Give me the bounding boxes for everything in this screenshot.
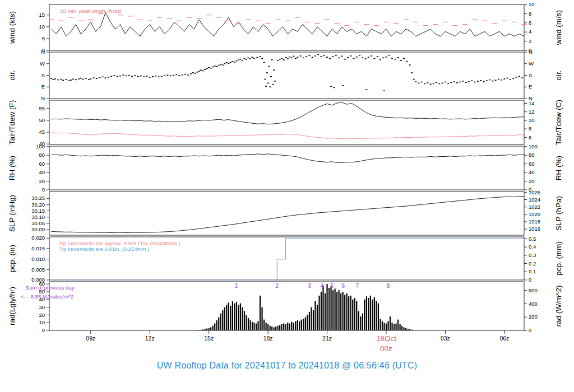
series-solar_radiation_lgly_hr-bar <box>238 305 239 330</box>
series-wind_direction_deg-point <box>101 76 103 77</box>
series-wind_direction_deg-point <box>264 79 266 80</box>
x-tick-label: 12z <box>145 335 155 342</box>
y-tick-label-right-wind: 6 <box>529 20 531 26</box>
series-wind_direction_deg-point <box>149 77 151 78</box>
series-wind_direction_deg-point <box>332 56 334 57</box>
series-wind_direction_deg-point <box>137 76 139 77</box>
series-wind_direction_deg-point <box>373 58 375 59</box>
series-wind_direction_deg-point <box>96 78 98 79</box>
series-wind_direction_deg-point <box>222 64 224 66</box>
series-wind_direction_deg-point <box>371 55 372 57</box>
series-solar_radiation_lgly_hr-bar <box>354 298 355 330</box>
series-wind_direction_deg-point <box>80 78 82 79</box>
series-wind_direction_deg-point <box>187 74 189 76</box>
series-wind_direction_deg-point <box>415 81 416 82</box>
series-solar_radiation_lgly_hr-bar <box>335 288 336 330</box>
series-wind_direction_deg-point <box>347 57 349 58</box>
y-tick-label-right-temp: 8 <box>529 125 531 132</box>
series-wind_direction_deg-point <box>198 71 200 72</box>
y-tick-label-right-temp: 10 <box>529 117 535 123</box>
series-wind_direction_deg-point <box>62 80 64 81</box>
series-wind_direction_deg-point <box>480 80 482 81</box>
series-solar_radiation_lgly_hr-bar <box>220 314 221 330</box>
series-wind_direction_deg-point <box>492 81 493 82</box>
series-wind_direction_deg-point <box>465 82 467 83</box>
series-solar_radiation_lgly_hr-bar <box>383 323 385 330</box>
y-tick-label-right-pcp: 0.1 <box>529 268 536 274</box>
series-solar_radiation_lgly_hr-bar <box>265 323 266 330</box>
series-wind_direction_deg-point <box>57 80 59 81</box>
series-solar_radiation_lgly_hr-bar <box>390 316 391 330</box>
series-solar_radiation_lgly_hr-bar <box>209 328 210 330</box>
series-solar_radiation_lgly_hr-bar <box>253 323 254 330</box>
series-wind_direction_deg-point <box>268 66 270 67</box>
y-tick-label-left-rad: 30 <box>39 304 45 310</box>
series-solar_radiation_lgly_hr-bar <box>311 307 312 330</box>
series-solar_radiation_lgly_hr-bar <box>330 286 331 330</box>
series-solar_radiation_lgly_hr-bar <box>336 292 337 330</box>
y-tick-label-left-dir: N <box>41 49 45 55</box>
series-solar_radiation_lgly_hr-bar <box>366 296 367 330</box>
series-wind_direction_deg-point <box>128 75 130 76</box>
series-solar_radiation_lgly_hr-bar <box>281 324 283 330</box>
y-tick-label-right-wind: 10 <box>529 1 535 7</box>
series-solar_radiation_lgly_hr-bar <box>232 301 233 330</box>
y-tick-label-left-slp: 30.10 <box>31 214 45 220</box>
series-wind_direction_deg-point <box>403 58 405 59</box>
series-wind_direction_deg-point <box>265 86 267 87</box>
series-wind_direction_deg-point <box>297 57 298 58</box>
axis-title-right-pcp: pcp. (mm) <box>554 241 563 276</box>
series-tdew_f <box>52 133 525 139</box>
series-wind_direction_deg-point <box>72 79 74 80</box>
series-wind_direction_deg-point <box>377 56 378 57</box>
series-solar_radiation_lgly_hr-bar <box>409 329 410 330</box>
y-tick-label-left-rh: 40 <box>39 169 45 175</box>
y-tick-label-left-pcp: 0.005 <box>31 267 45 273</box>
series-wind_direction_deg-point <box>117 76 118 77</box>
series-solar_radiation_lgly_hr-bar <box>196 330 197 331</box>
series-solar_radiation_lgly_hr-bar <box>256 324 257 330</box>
series-wind_direction_deg-point <box>210 68 212 69</box>
series-solar_radiation_lgly_hr-bar <box>295 321 296 330</box>
axis-title-left-slp: SLP (inHg) <box>8 195 16 232</box>
y-tick-label-right-slp: 1022 <box>529 204 540 210</box>
series-wind_direction_deg-point <box>291 58 293 59</box>
series-wind_direction_deg-point <box>498 79 499 80</box>
series-solar_radiation_lgly_hr-bar <box>267 324 269 330</box>
series-wind_direction_deg-point <box>158 76 160 77</box>
series-wind_direction_deg-point <box>330 86 332 87</box>
series-solar_radiation_lgly_hr-bar <box>391 323 392 330</box>
event-marker-7: 7 <box>356 283 359 289</box>
series-wind_direction_deg-point <box>220 64 221 65</box>
series-solar_radiation_lgly_hr-bar <box>201 330 202 330</box>
series-solar_radiation_lgly_hr-bar <box>271 326 272 330</box>
annotation-rad: <--- 8.55 MJoules/m^2 <box>21 293 73 300</box>
series-wind_direction_deg-point <box>338 58 340 59</box>
series-wind_direction_deg-point <box>152 76 154 77</box>
series-wind_direction_deg-point <box>272 84 274 85</box>
series-wind_direction_deg-point <box>368 57 369 58</box>
series-solar_radiation_lgly_hr-bar <box>228 302 229 330</box>
series-wind_direction_deg-point <box>438 83 440 85</box>
series-wind_direction_deg-point <box>379 59 381 60</box>
series-wind_direction_deg-point <box>271 59 273 60</box>
panel-slp-border <box>49 192 524 235</box>
series-wind_direction_deg-point <box>50 78 52 79</box>
x-tick-label: 06z <box>499 335 509 342</box>
series-wind_direction_deg-point <box>489 80 490 81</box>
event-marker-3: 3 <box>308 283 311 289</box>
series-wind_direction_deg-point <box>243 58 245 59</box>
y-tick-label-right-rad: 0 <box>529 327 531 333</box>
series-solar_radiation_lgly_hr-bar <box>368 298 369 330</box>
series-wind_direction_deg-point <box>277 60 279 61</box>
series-wind_direction_deg-point <box>279 59 281 60</box>
series-solar_radiation_lgly_hr-bar <box>249 320 251 330</box>
y-tick-label-right-pcp: 0.5 <box>529 236 536 242</box>
series-solar_radiation_lgly_hr-bar <box>342 292 344 330</box>
series-solar_radiation_lgly_hr-bar <box>297 320 298 330</box>
series-solar_radiation_lgly_hr-bar <box>405 328 406 330</box>
series-solar_radiation_lgly_hr-bar <box>362 314 363 330</box>
series-wind_direction_deg-point <box>411 72 413 73</box>
series-solar_radiation_lgly_hr-bar <box>210 327 211 330</box>
x-tick-label: 21z <box>322 335 332 342</box>
